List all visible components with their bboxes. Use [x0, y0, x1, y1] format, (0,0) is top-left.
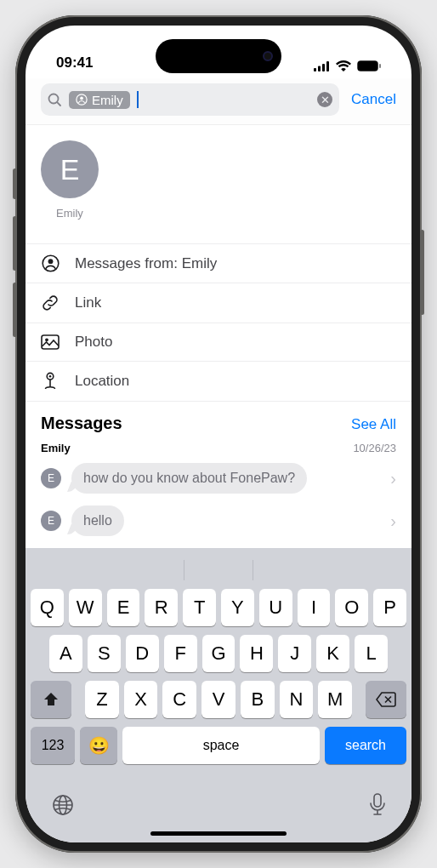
search-key[interactable]: search [325, 727, 406, 764]
key-s[interactable]: S [88, 635, 121, 672]
key-l[interactable]: L [355, 635, 388, 672]
svg-point-14 [45, 338, 48, 341]
filter-location[interactable]: Location [26, 361, 411, 402]
search-row: Emily ✕ Cancel [26, 78, 411, 125]
key-n[interactable]: N [280, 681, 314, 718]
key-t[interactable]: T [183, 589, 216, 626]
keyboard-suggestion-bar[interactable] [31, 557, 406, 584]
key-u[interactable]: U [259, 589, 292, 626]
filter-photo[interactable]: Photo [26, 323, 411, 361]
photo-icon [41, 334, 60, 350]
filter-label: Messages from: Emily [75, 255, 217, 272]
wifi-icon [336, 60, 351, 71]
emoji-key[interactable]: 😀 [80, 727, 117, 764]
switch-key[interactable]: 123 [31, 727, 75, 764]
message-avatar: E [41, 468, 61, 488]
filter-messages-from[interactable]: Messages from: Emily [26, 243, 411, 283]
contact-name: Emily [56, 207, 396, 220]
search-input[interactable]: Emily ✕ [41, 83, 339, 116]
key-q[interactable]: Q [31, 589, 64, 626]
delete-key[interactable] [366, 681, 406, 718]
key-k[interactable]: K [316, 635, 349, 672]
thread-name: Emily [41, 442, 71, 454]
svg-rect-21 [374, 794, 381, 807]
message-result[interactable]: E how do you know about FonePaw? › [26, 460, 411, 502]
key-b[interactable]: B [241, 681, 275, 718]
link-icon [41, 294, 60, 312]
message-avatar: E [41, 511, 61, 531]
phone-frame: 09:41 Emily [15, 15, 422, 853]
key-f[interactable]: F [164, 635, 197, 672]
key-v[interactable]: V [201, 681, 236, 718]
svg-point-10 [80, 97, 83, 100]
thread-date: 10/26/23 [353, 442, 396, 454]
location-pin-icon [41, 372, 60, 391]
keyboard: QWERTYUIOP ASDFGHJKL ZXCVBNM 123 😀 space… [26, 548, 411, 779]
keyboard-row-3: ZXCVBNM [31, 681, 406, 718]
globe-icon[interactable] [51, 793, 75, 817]
cellular-icon [314, 61, 330, 71]
svg-line-8 [57, 102, 60, 106]
key-j[interactable]: J [278, 635, 311, 672]
section-title: Messages [41, 414, 122, 433]
filter-list: Messages from: Emily Link Photo [26, 243, 411, 402]
clear-search-button[interactable]: ✕ [317, 92, 332, 107]
chevron-right-icon: › [390, 469, 396, 488]
key-d[interactable]: D [126, 635, 159, 672]
home-indicator[interactable] [26, 824, 411, 842]
svg-rect-2 [322, 64, 325, 71]
key-w[interactable]: W [69, 589, 102, 626]
content-area: E Emily Messages from: Emily Link [26, 125, 411, 548]
key-m[interactable]: M [318, 681, 352, 718]
key-h[interactable]: H [240, 635, 273, 672]
search-icon [48, 93, 62, 107]
screen: 09:41 Emily [26, 26, 411, 842]
message-result[interactable]: E hello › [26, 502, 411, 545]
person-circle-icon [41, 254, 60, 272]
shift-key[interactable] [31, 681, 71, 718]
svg-rect-6 [379, 64, 381, 68]
svg-rect-0 [314, 68, 316, 71]
key-o[interactable]: O [335, 589, 368, 626]
svg-rect-13 [42, 335, 59, 349]
keyboard-row-2: ASDFGHJKL [31, 635, 406, 672]
search-token[interactable]: Emily [69, 91, 130, 109]
search-token-text: Emily [92, 93, 123, 107]
contact-avatar[interactable]: E [41, 140, 99, 198]
key-x[interactable]: X [124, 681, 158, 718]
key-c[interactable]: C [162, 681, 196, 718]
keyboard-footer [26, 779, 411, 824]
dynamic-island [156, 39, 281, 73]
filter-link[interactable]: Link [26, 283, 411, 323]
svg-rect-5 [359, 62, 377, 70]
chevron-right-icon: › [390, 511, 396, 531]
key-y[interactable]: Y [221, 589, 254, 626]
mic-icon[interactable] [369, 793, 386, 817]
text-cursor [137, 91, 139, 108]
message-bubble: how do you know about FonePaw? [71, 463, 307, 494]
key-z[interactable]: Z [85, 681, 119, 718]
svg-rect-1 [318, 66, 321, 71]
filter-label: Location [75, 373, 129, 390]
key-p[interactable]: P [373, 589, 406, 626]
message-bubble: hello [71, 505, 124, 536]
key-e[interactable]: E [107, 589, 140, 626]
key-a[interactable]: A [49, 635, 82, 672]
key-i[interactable]: I [298, 589, 331, 626]
battery-icon [357, 60, 381, 71]
see-all-button[interactable]: See All [351, 416, 396, 433]
filter-label: Photo [75, 334, 112, 351]
svg-point-16 [49, 375, 52, 378]
svg-rect-3 [326, 61, 329, 71]
keyboard-row-1: QWERTYUIOP [31, 589, 406, 626]
key-g[interactable]: G [202, 635, 236, 672]
cancel-button[interactable]: Cancel [351, 91, 396, 108]
status-time: 09:41 [56, 54, 93, 71]
key-r[interactable]: R [145, 589, 178, 626]
filter-label: Link [75, 294, 101, 311]
space-key[interactable]: space [122, 727, 320, 764]
svg-point-12 [48, 259, 53, 264]
